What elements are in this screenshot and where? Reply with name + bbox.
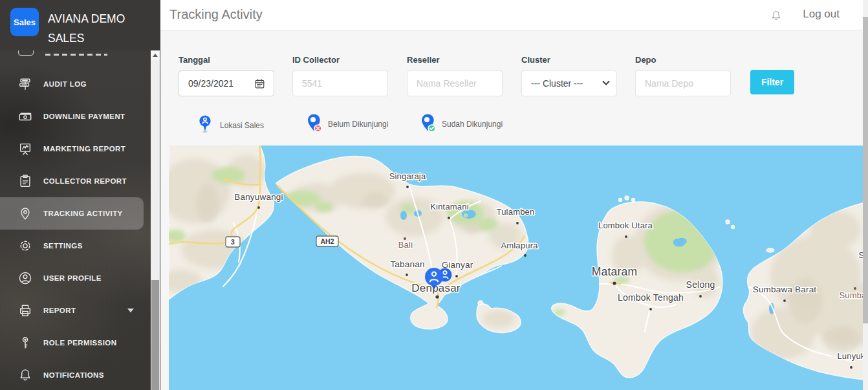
map-label: Selong [686,279,715,290]
map-city-dot [524,254,526,257]
sidebar-item-settings[interactable]: SETTINGS [0,230,151,262]
map-city-dot [850,366,852,369]
sidebar: Sales AVIANA DEMO SALES AUDIT LOG DOWNLI… [0,0,160,390]
user-icon [18,271,32,285]
sidebar-item-label: ROLE PERMISSION [43,339,116,347]
field-cluster: Cluster --- Cluster --- [521,55,617,96]
map-legend: Lokasi Sales Belum Dikunjungi [160,112,863,140]
date-input[interactable]: 09/23/2021 [179,70,274,96]
road-badge-label: AH2 [320,237,334,245]
map-city-dot [435,295,439,298]
calendar-icon[interactable] [254,78,266,90]
sidebar-item-tracking-activity[interactable]: TRACKING ACTIVITY [0,197,144,230]
field-tanggal: Tanggal 09/23/2021 [179,55,274,96]
gear-icon [18,239,32,253]
map-city-dot [406,274,408,276]
map-city-dot [613,281,616,285]
not-visited-pin-icon [306,113,325,135]
sidebar-item-label: USER PROFILE [43,274,102,282]
map-label: Mataram [592,265,637,278]
id-collector-value: 5541 [302,78,322,89]
id-collector-label: ID Collector [292,55,388,65]
map-label: Kintamani [430,202,469,211]
map-city-dot [406,186,409,188]
map-label: Tabanan [390,259,424,269]
key-icon [18,336,32,350]
visited-pin-icon [420,113,439,135]
reseller-input[interactable]: Nama Reseller [407,70,503,96]
map-label: Lunyuk [837,351,863,361]
presentation-icon [18,142,32,156]
chevron-down-icon [602,78,609,85]
sidebar-item-user-profile[interactable]: USER PROFILE [0,262,151,294]
map-label: Amlapura [501,241,538,250]
map-label: Tulamben [497,207,535,217]
map[interactable]: 3AH2SingarajaBanyuwangiKintamaniTulamben… [169,146,863,390]
reseller-placeholder: Nama Reseller [417,78,477,89]
legend-label: Belum Dikunjungi [328,120,388,129]
legend-belum-dikunjungi: Belum Dikunjungi [306,113,388,135]
legend-sudah-dikunjungi: Sudah Dikunjungi [420,113,503,135]
sidebar-scroll-thumb[interactable] [151,280,159,390]
legend-label: Sudah Dikunjungi [442,120,503,129]
filter-button[interactable]: Filter [750,70,794,94]
sidebar-item-downline-payment[interactable]: DOWNLINE PAYMENT [0,100,151,133]
map-label: Lombok Utara [598,221,653,230]
logout-button[interactable]: Log out [803,8,840,21]
map-label: Sumbawa [839,290,863,300]
sidebar-item-label: DOWNLINE PAYMENT [43,113,125,120]
main-area: Tracking Activity Log out Tanggal 09/23/… [160,0,863,390]
chevron-down-icon [127,309,134,312]
map-label: Bali [398,240,413,250]
sidebar-item-label: AUDIT LOG [43,80,87,88]
signpost-icon [18,77,32,91]
banknote-icon [18,109,32,124]
sidebar-item-notifications[interactable]: NOTIFICATIONS [0,359,151,390]
map-label: Banyuwangi [234,192,283,202]
page-scroll-thumb[interactable] [863,17,868,323]
sidebar-item-label: NOTIFICATIONS [43,371,104,379]
cluster-select[interactable]: --- Cluster --- [521,70,617,96]
sidebar-item-collector-report[interactable]: COLLECTOR REPORT [0,165,151,197]
tanggal-label: Tanggal [179,55,274,65]
scroll-up-arrow-icon[interactable] [151,50,160,60]
clipped-icon [18,50,34,56]
notification-bell-icon[interactable] [770,9,783,22]
sidebar-item-audit-log[interactable]: AUDIT LOG [0,68,151,100]
map-city-dot [448,217,450,219]
road-badge-label: 3 [231,238,235,246]
sidebar-item-role-permission[interactable]: ROLE PERMISSION [0,327,151,359]
depo-label: Depo [635,55,731,65]
depo-input[interactable]: Nama Depo [635,70,731,96]
content: Tanggal 09/23/2021 ID Collector 5541 Res… [160,30,863,390]
depo-placeholder: Nama Depo [645,78,693,89]
map-city-dot [625,235,627,238]
app-title: AVIANA DEMO SALES [48,9,125,50]
id-collector-input[interactable]: 5541 [292,70,388,96]
cluster-label: Cluster [521,55,617,65]
legend-lokasi-sales: Lokasi Sales [198,114,264,136]
sidebar-item-label: TRACKING ACTIVITY [43,210,123,217]
sidebar-item-label: SETTINGS [43,242,83,250]
map-city-dot [516,222,519,224]
sidebar-item-clipped[interactable] [0,50,151,68]
map-city-dot [649,308,652,310]
printer-icon [18,303,32,318]
map-label: Sumbawa Barat [753,285,817,294]
map-label: Singaraja [389,171,426,181]
sidebar-item-marketing-report[interactable]: MARKETING REPORT [0,133,151,165]
map-city-dot [783,299,786,302]
cluster-selected-value: --- Cluster --- [531,78,583,89]
legend-label: Lokasi Sales [220,121,264,130]
field-id-collector: ID Collector 5541 [292,55,388,96]
sales-location-pin-icon [198,114,217,136]
page-title: Tracking Activity [169,7,263,22]
page-scrollbar[interactable] [863,0,868,390]
bell-icon [18,368,32,382]
sidebar-item-report[interactable]: REPORT [0,294,151,327]
clipboard-icon [18,174,32,188]
sidebar-logo-header: Sales AVIANA DEMO SALES [0,0,160,50]
map-label: Lombok Tengah [618,292,684,303]
top-header: Tracking Activity Log out [160,0,863,30]
sidebar-scrollbar[interactable] [151,50,160,390]
